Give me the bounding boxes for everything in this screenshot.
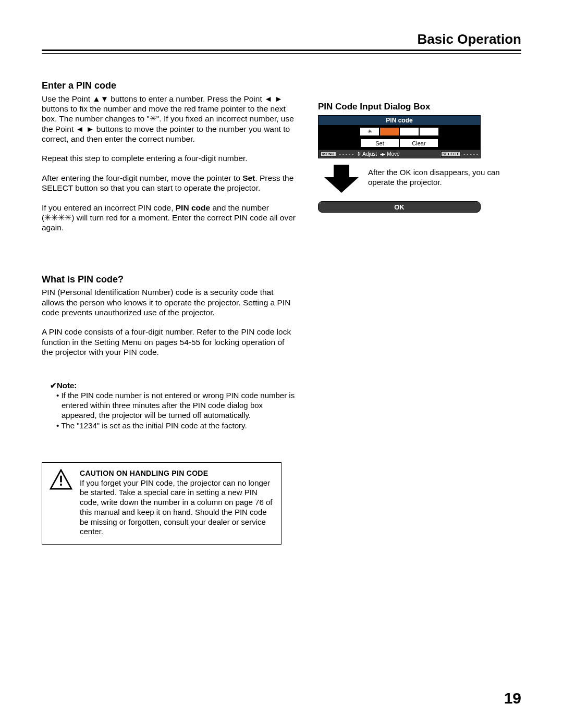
leftright-arrows-icon: ◂▸ [380, 151, 385, 157]
pin-digit-1: ✳ [360, 127, 380, 136]
enter-pin-p3: After entering the four-digit number, mo… [42, 173, 297, 193]
what-pin-p2: A PIN code consists of a four-digit numb… [42, 327, 297, 357]
arrow-note-text: After the OK icon disappears, you can op… [368, 165, 521, 188]
pin-clear-button: Clear [399, 139, 438, 147]
select-box-icon: SELECT [441, 151, 461, 157]
updown-arrows-icon: ⇕ [357, 151, 361, 157]
caution-body: If you forget your PIN code, the project… [80, 478, 274, 537]
pin-dialog-title: PIN code [319, 116, 480, 126]
pin-digits-row: ✳ [319, 126, 480, 138]
what-pin-p1: PIN (Personal Identification Number) cod… [42, 287, 297, 317]
enter-pin-p4: If you entered an incorrect PIN code, PI… [42, 203, 297, 233]
pin-digit-4 [419, 127, 439, 136]
enter-pin-p2: Repeat this step to complete entering a … [42, 153, 297, 163]
enter-pin-heading: Enter a PIN code [42, 80, 297, 92]
move-label: Move [387, 151, 399, 157]
caution-text: CAUTION ON HANDLING PIN CODE If you forg… [80, 469, 274, 537]
note-item-1-text: If the PIN code number is not entered or… [61, 391, 295, 419]
note-label: ✔Note: [50, 381, 297, 391]
pin-buttons-row: Set Clear [319, 138, 480, 150]
move-hint: ◂▸ Move [380, 151, 399, 157]
svg-rect-1 [60, 476, 62, 483]
enter-pin-p1: Use the Point ▲▼ buttons to enter a numb… [42, 94, 297, 144]
p3-a: After entering the four-digit number, mo… [42, 174, 242, 182]
svg-rect-2 [60, 484, 62, 486]
section-title: Basic Operation [42, 31, 521, 47]
note-block: ✔Note: • If the PIN code number is not e… [50, 381, 297, 431]
what-pin-heading: What is PIN code? [42, 274, 297, 286]
pin-dialog-heading: PIN Code Input Dialog Box [318, 102, 521, 112]
menu-dashes: - - - - - [339, 151, 354, 157]
p3-bold: Set [242, 174, 255, 182]
pin-set-button: Set [360, 139, 399, 147]
adjust-hint: ⇕ Adjust [357, 151, 377, 157]
menu-box-icon: MENU [321, 151, 336, 157]
svg-marker-3 [324, 165, 359, 193]
arrow-note: After the OK icon disappears, you can op… [318, 165, 521, 195]
down-arrow-icon [318, 165, 360, 195]
right-column: PIN Code Input Dialog Box PIN code ✳ Set… [318, 80, 521, 545]
warning-triangle-icon [50, 469, 72, 537]
left-column: Enter a PIN code Use the Point ▲▼ button… [42, 80, 297, 545]
pin-digit-3 [399, 127, 419, 136]
pin-dialog-box: PIN code ✳ Set Clear MENU - - - - - ⇕ [318, 115, 481, 158]
select-dashes: - - - - - [463, 151, 478, 157]
pin-hint-bar: MENU - - - - - ⇕ Adjust ◂▸ Move SELECT -… [319, 150, 480, 158]
caution-title: CAUTION ON HANDLING PIN CODE [80, 469, 274, 478]
p4-a: If you entered an incorrect PIN code, [42, 203, 176, 212]
note-item-1: • If the PIN code number is not entered … [56, 391, 297, 420]
note-item-2-text: The "1234" is set as the initial PIN cod… [61, 421, 247, 430]
pin-digit-2-active [380, 127, 399, 136]
ok-bar: OK [318, 201, 481, 213]
header-rule [42, 50, 521, 54]
page-number: 19 [504, 689, 521, 707]
p4-bold: PIN code [176, 203, 210, 212]
caution-box: CAUTION ON HANDLING PIN CODE If you forg… [42, 462, 282, 545]
note-item-2: • The "1234" is set as the initial PIN c… [56, 421, 297, 431]
adjust-label: Adjust [362, 151, 377, 157]
